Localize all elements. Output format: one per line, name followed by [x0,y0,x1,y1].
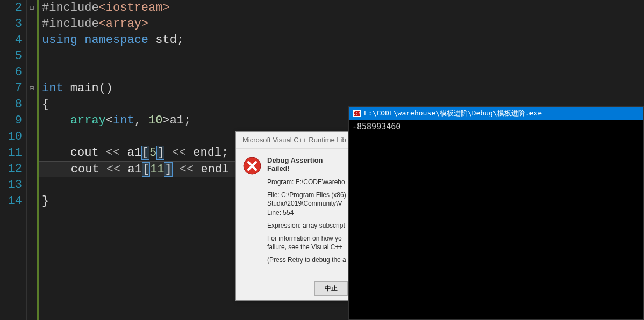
line-number: 4 [0,32,26,48]
dialog-expression: Expression: array subscript [267,221,347,230]
line-number: 2 [0,0,26,16]
fold-toggle-icon[interactable]: ⊟ [27,81,37,97]
abort-button[interactable]: 中止 [314,281,348,296]
line-number: 8 [0,97,26,113]
code-line [37,48,644,64]
line-number: 5 [0,48,26,64]
line-number: 7 [0,81,26,97]
line-number: 10 [0,129,26,145]
fold-spacer [27,16,37,32]
console-window: C:\ E:\CODE\warehouse\模板进阶\Debug\模板进阶.ex… [348,106,644,320]
dialog-info1: For information on how yo [267,234,347,243]
line-number-gutter: 2 3 4 5 6 7 8 9 10 11 12 13 14 [0,0,27,320]
dialog-line: Line: 554 [267,208,347,217]
dialog-heading: Debug Assertion Failed! [267,156,347,172]
dialog-program: Program: E:\CODE\wareho [267,178,347,186]
fold-spacer [27,145,37,161]
fold-spacer [27,177,37,193]
dialog-message: Debug Assertion Failed! Program: E:\CODE… [267,156,347,269]
line-number: 14 [0,193,26,209]
console-output[interactable]: -858993460 [349,120,643,134]
fold-spacer [27,48,37,64]
error-icon [242,156,262,176]
dialog-file: File: C:\Program Files (x86) [267,191,347,199]
fold-spacer [27,193,37,209]
dialog-body: Debug Assertion Failed! Program: E:\CODE… [236,149,353,277]
fold-toggle-icon[interactable]: ⊟ [27,0,37,16]
change-indicator [37,0,39,320]
console-titlebar[interactable]: C:\ E:\CODE\warehouse\模板进阶\Debug\模板进阶.ex… [349,107,643,120]
console-title-text: E:\CODE\warehouse\模板进阶\Debug\模板进阶.exe [364,108,542,118]
line-number: 3 [0,16,26,32]
console-icon: C:\ [353,110,361,117]
fold-spacer [27,129,37,145]
dialog-info2: failure, see the Visual C++ [267,243,347,251]
dialog-studio: Studio\2019\Community\V [267,199,347,208]
code-line: using namespace std; [37,32,644,48]
line-number: 9 [0,113,26,129]
dialog-title: Microsoft Visual C++ Runtime Lib [236,132,353,149]
code-line: #include<array> [37,16,644,32]
line-number: 11 [0,145,26,161]
console-line: -858993460 [352,122,640,132]
dialog-retry: (Press Retry to debug the a [267,256,347,264]
code-line: int main() [37,81,644,97]
fold-spacer [27,97,37,113]
fold-spacer [27,32,37,48]
line-number: 6 [0,64,26,81]
line-number: 13 [0,177,26,193]
line-number: 12 [0,161,26,177]
fold-spacer [27,161,37,177]
assertion-dialog: Microsoft Visual C++ Runtime Lib Debug A… [235,131,354,301]
dialog-button-row: 中止 [236,277,353,300]
code-line: #include<iostream> [37,0,644,16]
fold-spacer [27,113,37,129]
fold-spacer [27,64,37,81]
code-line [37,64,644,81]
fold-column: ⊟ ⊟ [27,0,37,320]
